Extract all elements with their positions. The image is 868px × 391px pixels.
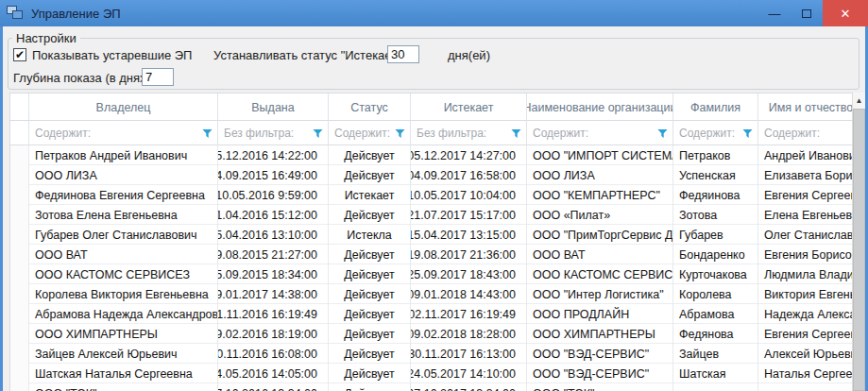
cell-status: Истекает [329, 185, 411, 205]
cell-org: ООО "ПримТоргСервис ДВ" [527, 225, 673, 245]
cell-expires: 07.10.2017 13:34:00 [411, 383, 527, 391]
cell-issued: 21.04.2016 15:12:00 [218, 205, 329, 225]
column-header-indicator [10, 94, 29, 121]
cell-status: Дейсвует [329, 324, 411, 344]
cell-status: Дейсвует [329, 264, 411, 284]
table-row[interactable]: ООО ХИМПАРТНЕРЫ09.02.2016 18:19:00Дейсву… [10, 324, 852, 344]
filter-funnel-icon[interactable] [395, 128, 405, 139]
close-button[interactable]: ✕ [823, 0, 868, 26]
cell-indicator [10, 324, 29, 344]
cell-org: ООО ПРОДЛАЙН [527, 304, 673, 324]
filter-cell-issued[interactable]: Без фильтра: [218, 121, 329, 145]
cell-surname [673, 383, 758, 391]
filter-funnel-icon[interactable] [657, 128, 668, 139]
filter-funnel-icon[interactable] [202, 128, 213, 139]
cell-name: Евгения Сергеевна [758, 185, 852, 205]
table-row[interactable]: Федяинова Евгения Сергеевна10.05.2016 9:… [10, 185, 852, 205]
column-header-surname[interactable]: Фамилия [673, 94, 758, 121]
cell-surname: Королева [673, 284, 758, 304]
cell-org: ООО "ВЭД-СЕРВИС" [527, 344, 673, 364]
scrollbar-thumb[interactable] [853, 109, 865, 391]
show-expired-checkbox[interactable]: ✔ [13, 48, 26, 61]
scroll-up-button[interactable]: ▲ [853, 93, 865, 109]
maximize-icon [802, 9, 811, 18]
cell-status: Дейсвует [329, 205, 411, 225]
table-row[interactable]: Шатская Наталья Сергеевна24.05.2016 14:0… [10, 364, 852, 383]
table-row[interactable]: Абрамова Надежда Александровна01.11.2016… [10, 304, 852, 324]
column-header-org[interactable]: Наименование организации [527, 94, 673, 121]
cell-status: Дейсвует [329, 383, 411, 391]
cell-indicator [10, 284, 29, 304]
column-header-issued[interactable]: Выдана [218, 94, 329, 121]
filter-funnel-icon[interactable] [511, 128, 521, 139]
cell-indicator [10, 205, 29, 225]
cell-org: ООО "ВЭД-СЕРВИС" [527, 364, 673, 383]
filter-cell-status[interactable]: Содержит: [329, 121, 411, 145]
filter-label-owner: Содержит: [35, 127, 91, 140]
cell-surname: Абрамова [673, 304, 758, 324]
table-row[interactable]: ООО "ТЭК"07.10.2016 13:34:00Дейсвует07.1… [10, 383, 852, 391]
cell-issued: 01.11.2016 16:19:49 [218, 304, 329, 324]
filter-cell-owner[interactable]: Содержит: [29, 121, 218, 145]
cell-surname: Петраков [673, 145, 758, 165]
cell-name: Евгения Сергеевна [758, 324, 852, 344]
filter-cell-surname[interactable]: Содержит: [673, 121, 758, 145]
filter-cell-org[interactable]: Содержит: [527, 121, 673, 145]
window-title: Управление ЭП [31, 7, 121, 21]
table-row[interactable]: ООО ЛИЗА04.09.2015 16:49:00Дейсвует04.09… [10, 165, 852, 185]
depth-input[interactable] [142, 68, 174, 86]
cell-owner: Абрамова Надежда Александровна [29, 304, 218, 324]
minimize-button[interactable]: — [758, 0, 791, 26]
table-row[interactable]: Губарев Олег Станиславович15.04.2016 13:… [10, 225, 852, 245]
cell-expires: 24.05.2017 14:10:00 [411, 364, 527, 383]
cell-status: Дейсвует [329, 344, 411, 364]
window-border-left [0, 26, 3, 391]
cell-owner: ООО ВАТ [29, 245, 218, 264]
cell-org: ООО КАСТОМС СЕРВИСЕЗ [527, 264, 673, 284]
cell-status: Дейсвует [329, 304, 411, 324]
column-header-owner[interactable]: Владелец [29, 94, 218, 121]
cell-issued: 19.08.2015 21:27:00 [218, 245, 329, 264]
cell-status: Дейсвует [329, 364, 411, 383]
cell-org: ООО "ТЭК" [527, 383, 673, 391]
cell-expires: 04.09.2017 16:58:00 [411, 165, 527, 185]
filter-cell-name[interactable]: Содержит: [758, 121, 852, 145]
filter-cell-indicator [10, 121, 29, 145]
cell-owner: Шатская Наталья Сергеевна [29, 364, 218, 383]
cell-issued: 15.04.2016 13:10:00 [218, 225, 329, 245]
titlebar: Управление ЭП — ✕ [0, 0, 868, 26]
table-row[interactable]: Петраков Андрей Иванович05.12.2016 14:22… [10, 145, 852, 165]
cell-name: Елизавета Борисовна [758, 165, 852, 185]
cell-indicator [10, 264, 29, 284]
cell-owner: ООО ХИМПАРТНЕРЫ [29, 324, 218, 344]
cell-name [758, 383, 852, 391]
show-expired-label: Показывать устаревшие ЭП [32, 48, 192, 62]
cell-indicator [10, 185, 29, 205]
table-row[interactable]: ООО КАСТОМС СЕРВИСЕЗ25.09.2015 18:34:00Д… [10, 264, 852, 284]
filter-cell-expires[interactable]: Без фильтра: [411, 121, 527, 145]
cell-expires: 02.11.2017 16:19:49 [411, 304, 527, 324]
column-header-status[interactable]: Статус [329, 94, 411, 121]
cell-expires: 15.04.2017 13:15:00 [411, 225, 527, 245]
column-header-name[interactable]: Имя и отчество [758, 94, 852, 121]
table-row[interactable]: Зайцев Алексей Юрьевич30.11.2016 16:08:0… [10, 344, 852, 364]
maximize-button[interactable] [791, 0, 823, 26]
column-header-expires[interactable]: Истекает [411, 94, 527, 121]
depth-label: Глубина показа (в днях) [13, 71, 150, 85]
expiring-days-input[interactable] [387, 45, 419, 63]
cell-indicator [10, 344, 29, 364]
table-row[interactable]: Королева Виктория Евгеньевна09.01.2017 1… [10, 284, 852, 304]
table-row[interactable]: ООО ВАТ19.08.2015 21:27:00Дейсвует19.08.… [10, 245, 852, 264]
filter-label-expires: Без фильтра: [417, 127, 486, 140]
app-icon [7, 6, 24, 21]
table-row[interactable]: Зотова Елена Евгеньевна21.04.2016 15:12:… [10, 205, 852, 225]
filter-funnel-icon[interactable] [742, 128, 753, 139]
cell-surname: Зотова [673, 205, 758, 225]
cell-issued: 04.09.2015 16:49:00 [218, 165, 329, 185]
filter-funnel-icon[interactable] [313, 128, 323, 139]
vertical-scrollbar[interactable]: ▲ [852, 93, 865, 391]
cell-surname: Зайцев [673, 344, 758, 364]
cell-owner: Зайцев Алексей Юрьевич [29, 344, 218, 364]
cell-owner: ООО "ТЭК" [29, 383, 218, 391]
cell-owner: ООО ЛИЗА [29, 165, 218, 185]
